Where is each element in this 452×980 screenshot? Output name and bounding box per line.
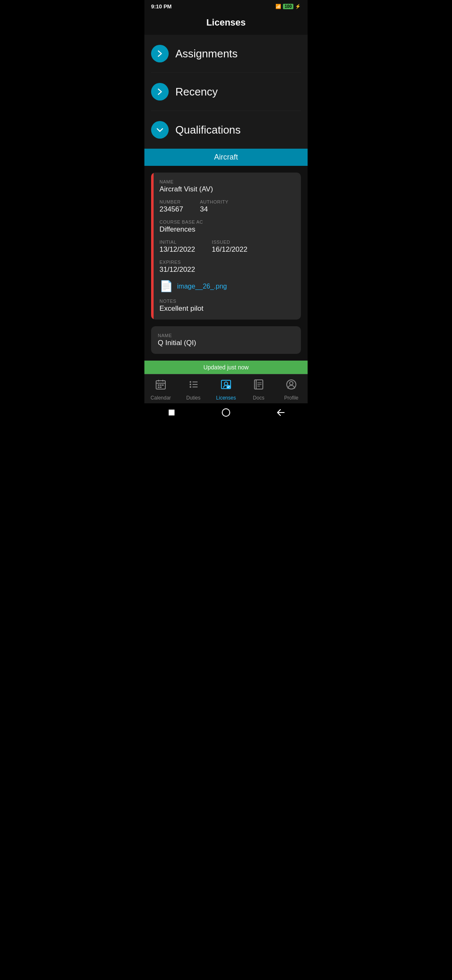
status-time: 9:10 PM — [151, 3, 172, 10]
android-back-button[interactable] — [275, 407, 285, 418]
android-nav-bar — [144, 403, 308, 423]
svg-point-10 — [190, 384, 191, 385]
card2-name-value: Q Initial (QI) — [158, 339, 294, 347]
docs-icon — [253, 379, 265, 393]
issued-label: ISSUED — [212, 240, 247, 245]
chevron-right-icon-2 — [155, 87, 164, 96]
cards-container: NAME Aircraft Visit (AV) NUMBER 234567 A… — [144, 166, 308, 361]
qualification-card-2[interactable]: NAME Q Initial (QI) — [151, 326, 301, 354]
card2-name-label: NAME — [158, 333, 294, 338]
issued-value: 16/12/2022 — [212, 245, 247, 254]
bottom-nav: Calendar Duties Licenses — [144, 374, 308, 403]
tab-profile[interactable]: Profile — [275, 379, 308, 401]
svg-rect-25 — [169, 410, 175, 415]
svg-rect-8 — [160, 387, 162, 388]
expires-value: 31/12/2022 — [159, 266, 294, 274]
authority-value: 34 — [200, 205, 229, 214]
tab-docs[interactable]: Docs — [242, 379, 275, 401]
card-content: NAME Aircraft Visit (AV) NUMBER 234567 A… — [151, 173, 301, 320]
calendar-label: Calendar — [151, 395, 171, 401]
status-bar: 9:10 PM 📶 100 ⚡ — [144, 0, 308, 11]
initial-issued-row: INITIAL 13/12/2022 ISSUED 16/12/2022 — [159, 240, 294, 254]
section-header-aircraft: Aircraft — [144, 149, 308, 166]
tab-duties[interactable]: Duties — [177, 379, 210, 401]
card-authority-field: AUTHORITY 34 — [200, 199, 229, 214]
svg-rect-7 — [158, 387, 159, 388]
battery-level: 100 — [283, 4, 293, 9]
svg-point-24 — [290, 382, 293, 385]
tab-calendar[interactable]: Calendar — [144, 379, 177, 401]
file-attachment[interactable]: 📄 image__26_.png — [159, 280, 294, 293]
chevron-down-icon — [155, 125, 164, 134]
recency-icon-circle — [151, 83, 169, 101]
status-indicators: 📶 100 ⚡ — [275, 4, 301, 9]
svg-point-26 — [222, 409, 230, 416]
svg-rect-4 — [158, 384, 159, 386]
chevron-right-icon — [155, 49, 164, 58]
licenses-label: Licenses — [216, 395, 236, 401]
update-bar: Updated just now — [144, 361, 308, 374]
assignments-label: Assignments — [175, 47, 238, 60]
svg-point-9 — [190, 381, 191, 383]
file-icon: 📄 — [159, 280, 173, 293]
name-label: NAME — [159, 179, 294, 184]
notes-value: Excellent pilot — [159, 304, 294, 313]
assignments-icon-circle — [151, 45, 169, 62]
recency-label: Recency — [175, 85, 218, 98]
initial-label: INITIAL — [159, 240, 195, 245]
nav-item-assignments[interactable]: Assignments — [151, 35, 301, 73]
charging-icon: ⚡ — [295, 4, 301, 9]
nav-item-qualifications[interactable]: Qualifications — [151, 111, 301, 149]
card-notes-field: NOTES Excellent pilot — [159, 299, 294, 313]
calendar-icon — [155, 379, 167, 393]
tab-licenses[interactable]: Licenses — [210, 379, 242, 401]
initial-value: 13/12/2022 — [159, 245, 195, 254]
card-coursebase-field: COURSE BASE AC Differences — [159, 219, 294, 234]
nav-items-container: Assignments Recency Qualifications — [144, 35, 308, 149]
number-value: 234567 — [159, 205, 183, 214]
notes-label: NOTES — [159, 299, 294, 304]
licenses-icon — [220, 379, 232, 393]
duties-label: Duties — [186, 395, 200, 401]
card-number-field: NUMBER 234567 — [159, 199, 183, 214]
coursebase-label: COURSE BASE AC — [159, 219, 294, 224]
card-expires-field: EXPIRES 31/12/2022 — [159, 260, 294, 274]
number-label: NUMBER — [159, 199, 183, 204]
coursebase-value: Differences — [159, 225, 294, 234]
card-issued-field: ISSUED 16/12/2022 — [212, 240, 247, 254]
duties-icon — [187, 379, 199, 393]
svg-rect-6 — [162, 384, 164, 386]
name-value: Aircraft Visit (AV) — [159, 185, 294, 193]
qualifications-label: Qualifications — [175, 124, 241, 137]
android-stop-button[interactable] — [167, 407, 177, 418]
page-title: Licenses — [206, 17, 246, 28]
file-name-text: image__26_.png — [177, 283, 227, 290]
qualification-card-1[interactable]: NAME Aircraft Visit (AV) NUMBER 234567 A… — [151, 173, 301, 320]
expires-label: EXPIRES — [159, 260, 294, 265]
network-icon: 📶 — [275, 4, 281, 9]
card-name-field: NAME Aircraft Visit (AV) — [159, 179, 294, 193]
svg-point-11 — [190, 386, 191, 388]
qualifications-icon-circle — [151, 121, 169, 139]
svg-point-16 — [224, 382, 228, 385]
authority-label: AUTHORITY — [200, 199, 229, 204]
profile-icon — [285, 379, 297, 393]
card2-name-field: NAME Q Initial (QI) — [158, 333, 294, 347]
nav-item-recency[interactable]: Recency — [151, 73, 301, 111]
card-initial-field: INITIAL 13/12/2022 — [159, 240, 195, 254]
update-text: Updated just now — [203, 364, 249, 371]
android-home-button[interactable] — [221, 407, 231, 418]
number-authority-row: NUMBER 234567 AUTHORITY 34 — [159, 199, 294, 214]
card-border-indicator — [151, 173, 154, 320]
svg-rect-5 — [160, 384, 162, 386]
section-header-text: Aircraft — [214, 153, 238, 161]
app-header: Licenses — [144, 11, 308, 35]
docs-label: Docs — [253, 395, 264, 401]
profile-label: Profile — [284, 395, 298, 401]
